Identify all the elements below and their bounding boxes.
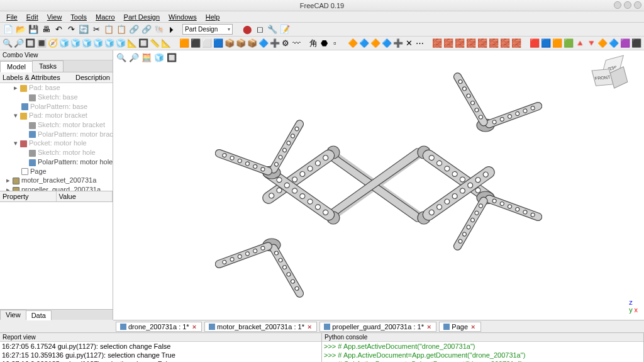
toolbar-icon[interactable]: 🔷: [258, 38, 269, 49]
toolbar-icon[interactable]: 🧮: [141, 52, 152, 63]
document-tab[interactable]: motor_bracket_200731a : 1*×: [204, 322, 317, 332]
toolbar-icon[interactable]: ⬛: [631, 38, 641, 49]
toolbar-icon[interactable]: ➕: [393, 38, 403, 49]
toolbar-icon[interactable]: ✂: [91, 24, 102, 35]
property-body[interactable]: [0, 202, 113, 310]
toolbar-icon[interactable]: 🖶: [40, 24, 52, 35]
toolbar-icon[interactable]: 🔶: [597, 38, 608, 49]
close-tab-icon[interactable]: ×: [470, 323, 476, 331]
toolbar-icon[interactable]: 🔶: [370, 38, 380, 49]
toolbar-icon[interactable]: 🔧: [267, 24, 278, 35]
menu-help[interactable]: Help: [202, 13, 224, 21]
close-button[interactable]: [634, 1, 641, 9]
toolbar-icon[interactable]: 🧱: [443, 38, 453, 49]
pycon-body[interactable]: >>> # App.setActiveDocument("drone_20073…: [322, 342, 643, 362]
document-tab[interactable]: Page×: [439, 322, 480, 332]
toolbar-icon[interactable]: 🧱: [511, 38, 521, 49]
menu-partdesign[interactable]: Part Design: [120, 13, 164, 21]
toolbar-icon[interactable]: ▫: [330, 38, 340, 49]
toolbar-icon[interactable]: 🔲: [138, 38, 148, 49]
toolbar-icon[interactable]: 📦: [247, 38, 257, 49]
menu-tools[interactable]: Tools: [67, 13, 91, 21]
toolbar-icon[interactable]: 🔳: [36, 38, 47, 49]
document-tab[interactable]: drone_200731a : 1*×: [116, 322, 202, 332]
toolbar-icon[interactable]: 📐: [161, 38, 171, 49]
toolbar-icon[interactable]: 📏: [150, 38, 160, 49]
toolbar-icon[interactable]: 🧊: [93, 38, 103, 49]
toolbar-icon[interactable]: 🔗: [141, 24, 152, 35]
toolbar-icon[interactable]: 🧭: [48, 38, 58, 49]
toolbar-icon[interactable]: 🧱: [432, 38, 442, 49]
toolbar-icon[interactable]: 角: [309, 38, 318, 49]
toolbar-icon[interactable]: 🟩: [564, 38, 574, 49]
toolbar-icon[interactable]: 🔶: [348, 38, 358, 49]
toolbar-icon[interactable]: 🧊: [104, 38, 114, 49]
toolbar-icon[interactable]: ✕: [404, 38, 414, 49]
toolbar-icon[interactable]: 🔎: [128, 52, 140, 63]
tab-data[interactable]: Data: [26, 310, 52, 320]
toolbar-icon[interactable]: 🧱: [466, 38, 476, 49]
maximize-button[interactable]: [624, 1, 631, 9]
toolbar-icon[interactable]: 🟥: [530, 38, 540, 49]
tree-item[interactable]: ▾Pocket: motor hole: [0, 139, 113, 148]
toolbar-icon[interactable]: 🔍: [116, 52, 127, 63]
toolbar-icon[interactable]: ⚙: [281, 38, 291, 49]
close-tab-icon[interactable]: ×: [306, 323, 313, 331]
toolbar-icon[interactable]: 🔲: [25, 38, 35, 49]
toolbar-icon[interactable]: 📄: [3, 24, 14, 35]
report-body[interactable]: 16:27:05 6.17524 gui.py(1127): selection…: [0, 342, 321, 362]
toolbar-icon[interactable]: 🧱: [500, 38, 510, 49]
toolbar-icon[interactable]: 📐: [127, 38, 137, 49]
tab-view[interactable]: View: [0, 310, 26, 320]
toolbar-icon[interactable]: ◻: [254, 24, 265, 35]
tab-tasks[interactable]: Tasks: [32, 60, 64, 72]
document-tab[interactable]: propeller_guard_200731a : 1*×: [319, 322, 436, 332]
toolbar-icon[interactable]: 〰: [292, 38, 301, 49]
toolbar-icon[interactable]: ⋯: [415, 38, 425, 49]
toolbar-icon[interactable]: 🔷: [609, 38, 619, 49]
toolbar-icon[interactable]: ⬛: [191, 38, 201, 49]
toolbar-icon[interactable]: 🔲: [166, 52, 177, 63]
toolbar-icon[interactable]: 🔄: [78, 24, 89, 35]
toolbar-icon[interactable]: 💾: [28, 24, 39, 35]
menu-view[interactable]: View: [43, 13, 66, 21]
toolbar-icon[interactable]: 📦: [225, 38, 235, 49]
tree-item[interactable]: ▾Pad: motor bracket: [0, 111, 113, 120]
menu-macro[interactable]: Macro: [92, 13, 119, 21]
toolbar-icon[interactable]: 🧊: [82, 38, 92, 49]
tree-item[interactable]: Sketch: motor hole: [0, 148, 113, 157]
tree-item[interactable]: Page: [0, 167, 113, 176]
minimize-button[interactable]: [614, 1, 621, 9]
toolbar-icon[interactable]: 🔺: [575, 38, 585, 49]
toolbar-icon[interactable]: 🧱: [455, 38, 465, 49]
toolbar-icon[interactable]: 🧊: [116, 38, 126, 49]
toolbar-icon[interactable]: ⬜: [202, 38, 212, 49]
close-tab-icon[interactable]: ×: [426, 323, 432, 331]
tree-item[interactable]: PolarPattern: motor bracket: [0, 130, 113, 139]
toolbar-icon[interactable]: 📋: [116, 24, 127, 35]
toolbar-icon[interactable]: 🟦: [213, 38, 223, 49]
tree-item[interactable]: PolarPattern: motor hole: [0, 157, 113, 167]
menu-windows[interactable]: Windows: [165, 13, 201, 21]
toolbar-icon[interactable]: 🔷: [359, 38, 369, 49]
menu-file[interactable]: File: [3, 13, 21, 21]
toolbar-icon[interactable]: 📂: [15, 24, 26, 35]
toolbar-icon[interactable]: 🧊: [70, 38, 80, 49]
menu-edit[interactable]: Edit: [23, 13, 42, 21]
toolbar-icon[interactable]: ↶: [53, 24, 64, 35]
toolbar-icon[interactable]: 🧱: [489, 38, 499, 49]
toolbar-icon[interactable]: 🔻: [586, 38, 596, 49]
workbench-selector[interactable]: Part Design: [182, 24, 233, 35]
toolbar-icon[interactable]: ⏵: [166, 24, 177, 35]
toolbar-icon[interactable]: 🟦: [541, 38, 551, 49]
tree-item[interactable]: Sketch: motor bracket: [0, 120, 113, 130]
toolbar-icon[interactable]: 🔍: [3, 38, 13, 49]
toolbar-icon[interactable]: 🐚: [153, 24, 165, 35]
tree-item[interactable]: PolarPattern: base: [0, 102, 113, 111]
toolbar-icon[interactable]: 📦: [236, 38, 246, 49]
toolbar-icon[interactable]: 🧊: [153, 52, 165, 63]
tree-item[interactable]: Sketch: base: [0, 93, 113, 102]
tab-model[interactable]: Model: [0, 61, 33, 72]
toolbar-icon[interactable]: 🔷: [382, 38, 392, 49]
toolbar-icon[interactable]: ➕: [270, 38, 280, 49]
